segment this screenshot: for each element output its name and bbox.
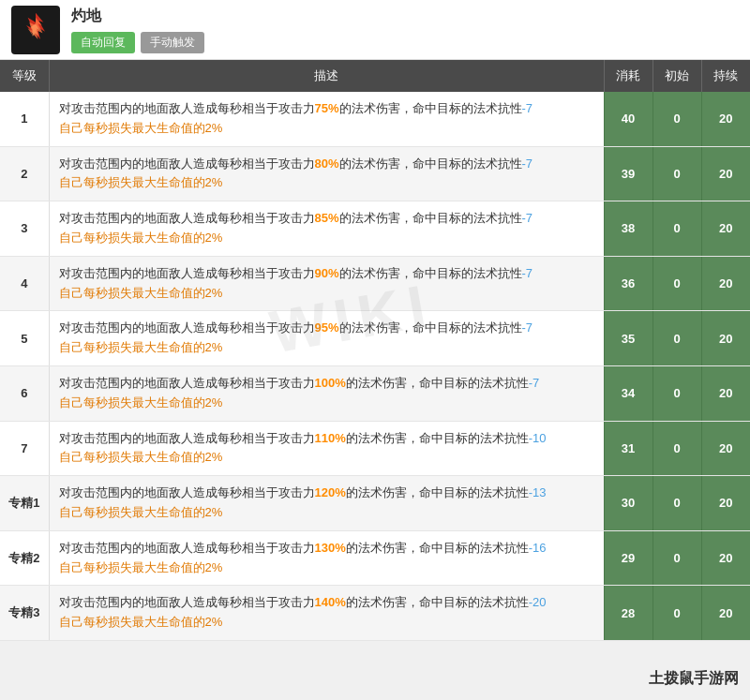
table-row: 2对攻击范围内的地面敌人造成每秒相当于攻击力80%的法术伤害，命中目标的法术抗性… bbox=[0, 146, 750, 201]
table-row: 4对攻击范围内的地面敌人造成每秒相当于攻击力90%的法术伤害，命中目标的法术抗性… bbox=[0, 256, 750, 311]
cell-desc: 对攻击范围内的地面敌人造成每秒相当于攻击力100%的法术伤害，命中目标的法术抗性… bbox=[49, 365, 604, 421]
neg-highlight: -13 bbox=[529, 485, 547, 499]
cell-desc: 对攻击范围内的地面敌人造成每秒相当于攻击力120%的法术伤害，命中目标的法术抗性… bbox=[49, 476, 604, 531]
desc-main-text: 对攻击范围内的地面敌人造成每秒相当于攻击力100%的法术伤害，命中目标的法术抗性… bbox=[59, 374, 598, 394]
table-row: 专精2对攻击范围内的地面敌人造成每秒相当于攻击力130%的法术伤害，命中目标的法… bbox=[0, 530, 750, 586]
desc-sub-text: 自己每秒损失最大生命值的2% bbox=[59, 503, 598, 523]
cell-level: 7 bbox=[0, 421, 49, 476]
cell-dur: 20 bbox=[701, 146, 750, 201]
table-row: 3对攻击范围内的地面敌人造成每秒相当于攻击力85%的法术伤害，命中目标的法术抗性… bbox=[0, 201, 750, 257]
cell-desc: 对攻击范围内的地面敌人造成每秒相当于攻击力130%的法术伤害，命中目标的法术抗性… bbox=[49, 530, 604, 586]
col-init-header: 初始 bbox=[652, 60, 701, 92]
cell-cost: 31 bbox=[604, 421, 652, 476]
desc-sub-text: 自己每秒损失最大生命值的2% bbox=[59, 448, 598, 468]
cell-dur: 20 bbox=[701, 92, 750, 146]
cell-init: 0 bbox=[652, 586, 701, 641]
pct-highlight: 140% bbox=[315, 595, 346, 609]
cell-desc: 对攻击范围内的地面敌人造成每秒相当于攻击力110%的法术伤害，命中目标的法术抗性… bbox=[49, 421, 604, 476]
col-dur-header: 持续 bbox=[701, 60, 750, 92]
cell-dur: 20 bbox=[701, 365, 750, 421]
skill-name: 灼地 bbox=[71, 7, 204, 26]
pct-highlight: 90% bbox=[315, 266, 339, 280]
cell-cost: 30 bbox=[604, 476, 652, 531]
page-container: 灼地 自动回复 手动触发 WIKI 等级 描述 消耗 初始 持续 1对攻击范围内… bbox=[0, 0, 750, 641]
auto-recover-button[interactable]: 自动回复 bbox=[71, 32, 135, 53]
cell-level: 专精1 bbox=[0, 476, 49, 531]
cell-desc: 对攻击范围内的地面敌人造成每秒相当于攻击力75%的法术伤害，命中目标的法术抗性-… bbox=[49, 92, 604, 146]
pct-highlight: 110% bbox=[315, 431, 346, 445]
cell-level: 4 bbox=[0, 256, 49, 311]
table-row: 6对攻击范围内的地面敌人造成每秒相当于攻击力100%的法术伤害，命中目标的法术抗… bbox=[0, 365, 750, 421]
pct-highlight: 85% bbox=[315, 211, 339, 225]
cell-desc: 对攻击范围内的地面敌人造成每秒相当于攻击力80%的法术伤害，命中目标的法术抗性-… bbox=[49, 146, 604, 201]
cell-init: 0 bbox=[652, 365, 701, 421]
neg-highlight: -10 bbox=[529, 431, 547, 445]
cell-level: 专精2 bbox=[0, 530, 49, 586]
col-cost-header: 消耗 bbox=[604, 60, 652, 92]
desc-main-text: 对攻击范围内的地面敌人造成每秒相当于攻击力75%的法术伤害，命中目标的法术抗性-… bbox=[59, 99, 598, 119]
cell-init: 0 bbox=[652, 530, 701, 586]
pct-highlight: 120% bbox=[315, 485, 346, 499]
cell-init: 0 bbox=[652, 92, 701, 146]
desc-main-text: 对攻击范围内的地面敌人造成每秒相当于攻击力95%的法术伤害，命中目标的法术抗性-… bbox=[59, 319, 598, 338]
cell-desc: 对攻击范围内的地面敌人造成每秒相当于攻击力95%的法术伤害，命中目标的法术抗性-… bbox=[49, 311, 604, 366]
desc-sub-text: 自己每秒损失最大生命值的2% bbox=[59, 229, 598, 248]
cell-init: 0 bbox=[652, 311, 701, 366]
bottom-watermark: 土拨鼠手游网 bbox=[649, 669, 739, 689]
desc-main-text: 对攻击范围内的地面敌人造成每秒相当于攻击力90%的法术伤害，命中目标的法术抗性-… bbox=[59, 264, 598, 284]
desc-main-text: 对攻击范围内的地面敌人造成每秒相当于攻击力80%的法术伤害，命中目标的法术抗性-… bbox=[59, 155, 598, 174]
button-group: 自动回复 手动触发 bbox=[71, 32, 204, 53]
header: 灼地 自动回复 手动触发 bbox=[0, 0, 750, 60]
cell-cost: 40 bbox=[604, 92, 652, 146]
desc-main-text: 对攻击范围内的地面敌人造成每秒相当于攻击力120%的法术伤害，命中目标的法术抗性… bbox=[59, 484, 598, 503]
cell-init: 0 bbox=[652, 256, 701, 311]
pct-highlight: 95% bbox=[315, 320, 339, 335]
cell-level: 6 bbox=[0, 365, 49, 421]
cell-level: 专精3 bbox=[0, 586, 49, 641]
cell-desc: 对攻击范围内的地面敌人造成每秒相当于攻击力90%的法术伤害，命中目标的法术抗性-… bbox=[49, 256, 604, 311]
desc-sub-text: 自己每秒损失最大生命值的2% bbox=[59, 173, 598, 193]
pct-highlight: 100% bbox=[315, 376, 346, 390]
desc-main-text: 对攻击范围内的地面敌人造成每秒相当于攻击力130%的法术伤害，命中目标的法术抗性… bbox=[59, 539, 598, 559]
cell-cost: 38 bbox=[604, 201, 652, 257]
header-info: 灼地 自动回复 手动触发 bbox=[71, 7, 204, 53]
cell-level: 5 bbox=[0, 311, 49, 366]
cell-dur: 20 bbox=[701, 586, 750, 641]
cell-init: 0 bbox=[652, 476, 701, 531]
table-row: 专精3对攻击范围内的地面敌人造成每秒相当于攻击力140%的法术伤害，命中目标的法… bbox=[0, 586, 750, 641]
desc-sub-text: 自己每秒损失最大生命值的2% bbox=[59, 119, 598, 139]
cell-cost: 34 bbox=[604, 365, 652, 421]
table-row: 5对攻击范围内的地面敌人造成每秒相当于攻击力95%的法术伤害，命中目标的法术抗性… bbox=[0, 311, 750, 366]
neg-highlight: -7 bbox=[522, 320, 533, 335]
col-desc-header: 描述 bbox=[49, 60, 604, 92]
desc-sub-text: 自己每秒损失最大生命值的2% bbox=[59, 284, 598, 304]
manual-trigger-button[interactable]: 手动触发 bbox=[141, 32, 204, 53]
cell-init: 0 bbox=[652, 201, 701, 257]
desc-sub-text: 自己每秒损失最大生命值的2% bbox=[59, 394, 598, 413]
pct-highlight: 75% bbox=[315, 101, 339, 115]
table-row: 7对攻击范围内的地面敌人造成每秒相当于攻击力110%的法术伤害，命中目标的法术抗… bbox=[0, 421, 750, 476]
cell-dur: 20 bbox=[701, 201, 750, 257]
cell-dur: 20 bbox=[701, 476, 750, 531]
neg-highlight: -7 bbox=[522, 156, 533, 171]
cell-init: 0 bbox=[652, 146, 701, 201]
table-header-row: 等级 描述 消耗 初始 持续 bbox=[0, 60, 750, 92]
cell-dur: 20 bbox=[701, 421, 750, 476]
cell-cost: 28 bbox=[604, 586, 652, 641]
cell-dur: 20 bbox=[701, 311, 750, 366]
col-level-header: 等级 bbox=[0, 60, 49, 92]
cell-level: 2 bbox=[0, 146, 49, 201]
neg-highlight: -7 bbox=[522, 266, 533, 280]
desc-sub-text: 自己每秒损失最大生命值的2% bbox=[59, 613, 598, 633]
neg-highlight: -20 bbox=[529, 595, 547, 609]
desc-main-text: 对攻击范围内的地面敌人造成每秒相当于攻击力85%的法术伤害，命中目标的法术抗性-… bbox=[59, 209, 598, 229]
pct-highlight: 80% bbox=[315, 156, 339, 171]
neg-highlight: -7 bbox=[522, 101, 533, 115]
cell-init: 0 bbox=[652, 421, 701, 476]
skill-table: 等级 描述 消耗 初始 持续 1对攻击范围内的地面敌人造成每秒相当于攻击力75%… bbox=[0, 60, 750, 641]
desc-main-text: 对攻击范围内的地面敌人造成每秒相当于攻击力110%的法术伤害，命中目标的法术抗性… bbox=[59, 429, 598, 449]
cell-dur: 20 bbox=[701, 256, 750, 311]
neg-highlight: -7 bbox=[522, 211, 533, 225]
neg-highlight: -7 bbox=[529, 376, 540, 390]
table-row: 专精1对攻击范围内的地面敌人造成每秒相当于攻击力120%的法术伤害，命中目标的法… bbox=[0, 476, 750, 531]
